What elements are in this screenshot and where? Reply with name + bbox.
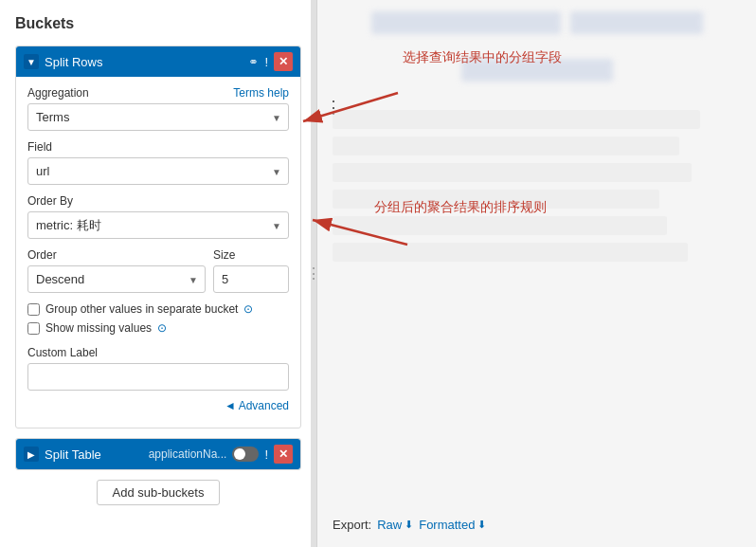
split-table-toggle[interactable] [232,447,259,462]
order-by-field: Order By metric: 耗时 ▼ [27,194,289,239]
size-field: Size [213,248,289,293]
export-formatted-label: Formatted [419,518,475,532]
show-missing-help-icon[interactable]: ⊙ [157,321,167,335]
drag-dots-icon: ⋮ [306,266,317,282]
right-panel: ⋮ 选择查询结果中的分组字段 分组后的聚合结果的排序规则 [317,0,756,547]
toggle-track [232,447,259,462]
export-row: Export: Raw ⬇ Formatted ⬇ [333,518,486,532]
field-label-row: Field [27,140,289,154]
row-placeholder-2 [333,137,679,155]
group-other-help-icon[interactable]: ⊙ [243,302,253,316]
toggle-thumb [234,448,245,460]
aggregation-label-row: Aggregation Terms help [27,86,289,100]
row-placeholder-1 [333,110,700,129]
export-raw-link[interactable]: Raw ⬇ [377,518,413,532]
group-other-row: Group other values in separate bucket ⊙ [27,302,289,316]
row-placeholder-5 [333,216,667,235]
raw-download-icon: ⬇ [405,519,413,531]
order-by-label: Order By [27,194,73,208]
order-field: Order Descend Ascend ▼ [27,248,206,293]
export-raw-label: Raw [377,518,402,532]
show-missing-checkbox[interactable] [27,322,40,335]
split-rows-label: Split Rows [45,55,243,69]
split-table-collapse-button[interactable]: ▶ [24,447,39,462]
second-placeholder-row [333,59,741,91]
show-missing-label: Show missing values [45,321,152,335]
content-area: ⋮ [333,59,741,536]
exclaim-icon[interactable]: ! [264,55,268,69]
add-sub-buckets-button[interactable]: Add sub-buckets [97,480,221,505]
panel-title: Buckets [15,15,301,32]
show-missing-row: Show missing values ⊙ [27,321,289,335]
terms-help-link[interactable]: Terms help [233,86,289,100]
order-label: Order [27,248,206,262]
custom-label-label: Custom Label [27,346,289,359]
split-table-label: Split Table [45,447,143,462]
field-select-wrapper: url ▼ [27,157,289,185]
custom-label-input[interactable] [27,363,289,391]
split-table-header: ▶ Split Table applicationNa... ! ✕ [16,439,300,469]
order-select[interactable]: Descend Ascend [27,265,206,293]
row-placeholder-4 [333,190,659,209]
split-rows-header: ▼ Split Rows ⚭ ! ✕ [16,46,300,77]
blurred-bar-2 [570,11,703,34]
group-other-checkbox[interactable] [27,303,40,316]
export-label: Export: [333,518,371,532]
left-panel: Buckets ▼ Split Rows ⚭ ! ✕ Aggregation T… [0,0,317,547]
blurred-bar-1 [371,11,561,34]
split-rows-body: Aggregation Terms help Terms ▼ Field [16,77,300,428]
aggregation-select-wrapper: Terms ▼ [27,103,289,131]
group-other-label: Group other values in separate bucket [45,302,238,316]
link-icon[interactable]: ⚭ [248,55,259,69]
split-table-exclaim-icon[interactable]: ! [264,447,268,462]
order-select-wrapper: Descend Ascend ▼ [27,265,206,293]
order-by-label-row: Order By [27,194,289,208]
row-placeholder-3 [333,163,692,182]
aggregation-label: Aggregation [27,86,89,100]
field-field: Field url ▼ [27,140,289,185]
formatted-download-icon: ⬇ [477,519,486,531]
split-rows-delete-button[interactable]: ✕ [274,52,293,71]
chevron-down-icon: ▼ [27,57,36,67]
export-formatted-link[interactable]: Formatted ⬇ [419,518,486,532]
custom-label-section: Custom Label [27,346,289,391]
top-placeholder [333,11,741,44]
split-table-section: ▶ Split Table applicationNa... ! ✕ [15,438,301,470]
order-by-select[interactable]: metric: 耗时 [27,211,289,239]
field-label: Field [27,140,52,154]
row-placeholder-6 [333,243,688,262]
advanced-section: ◄ Advanced [27,398,289,412]
size-input[interactable] [213,265,289,293]
order-size-row: Order Descend Ascend ▼ Size [27,248,289,293]
split-rows-collapse-button[interactable]: ▼ [24,54,39,69]
split-table-sublabel: applicationNa... [149,447,227,461]
size-label: Size [213,248,289,262]
split-rows-section: ▼ Split Rows ⚭ ! ✕ Aggregation Terms hel… [15,46,301,428]
chevron-right-icon: ▶ [27,449,35,460]
order-by-select-wrapper: metric: 耗时 ▼ [27,211,289,239]
advanced-link[interactable]: ◄ Advanced [225,399,289,412]
split-table-icons: ! ✕ [232,445,293,464]
aggregation-field: Aggregation Terms help Terms ▼ [27,86,289,131]
drag-handle[interactable]: ⋮ [311,0,316,547]
field-select[interactable]: url [27,157,289,185]
blurred-bar-3 [461,59,613,82]
aggregation-select[interactable]: Terms [27,103,289,131]
split-rows-icons: ⚭ ! ✕ [248,52,293,71]
split-table-delete-button[interactable]: ✕ [274,445,293,464]
